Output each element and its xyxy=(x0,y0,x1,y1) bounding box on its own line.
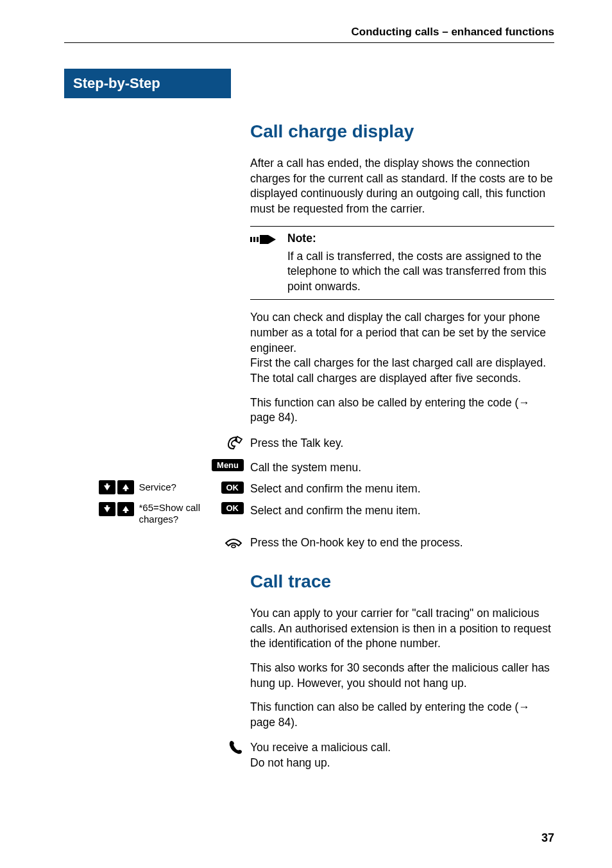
section1-p2a: You can check and display the call charg… xyxy=(250,310,554,356)
section2-p1: You can apply to your carrier for "call … xyxy=(250,606,554,652)
arrow-up-icon[interactable] xyxy=(117,502,134,516)
section1-p3-link[interactable]: page 84 xyxy=(250,411,291,424)
section1-p1: After a call has ended, the display show… xyxy=(250,156,554,217)
chapter-header: Conducting calls – enhanced functions xyxy=(64,26,554,39)
link-arrow-icon: → xyxy=(518,700,530,713)
show-charges-menu-label: *65=Show call charges? xyxy=(139,502,216,525)
svg-rect-0 xyxy=(250,237,252,242)
ok-button[interactable]: OK xyxy=(221,482,244,494)
menu-button[interactable]: Menu xyxy=(212,459,244,471)
talk-key-text: Press the Talk key. xyxy=(250,435,554,451)
svg-rect-5 xyxy=(106,505,108,508)
malicious-text-1: You receive a malicious call. xyxy=(250,740,554,756)
note-box: Note: If a call is transferred, the cost… xyxy=(250,226,554,300)
section1-p2b: First the call charges for the last char… xyxy=(250,356,554,386)
note-icon xyxy=(250,232,277,295)
svg-rect-2 xyxy=(257,237,259,242)
handset-icon xyxy=(227,739,244,758)
note-label: Note: xyxy=(287,232,554,245)
svg-rect-1 xyxy=(253,237,255,242)
arrow-buttons[interactable] xyxy=(99,502,134,516)
svg-rect-6 xyxy=(124,510,126,513)
link-arrow-icon: → xyxy=(518,396,530,409)
talk-key-icon xyxy=(225,435,244,454)
service-menu-label: Service? xyxy=(139,482,216,493)
show-charges-text: Select and confirm the menu item. xyxy=(250,502,554,519)
section-title-call-trace: Call trace xyxy=(250,571,554,592)
onhook-key-icon xyxy=(223,534,244,553)
page-number: 37 xyxy=(541,831,554,845)
arrow-up-icon[interactable] xyxy=(117,480,134,494)
malicious-text-2: Do not hang up. xyxy=(250,756,554,771)
ok-button[interactable]: OK xyxy=(221,502,244,514)
svg-point-7 xyxy=(232,545,235,548)
section2-p3-link[interactable]: page 84 xyxy=(250,716,291,729)
section1-p3-end: ). xyxy=(291,411,298,424)
section-title-call-charge: Call charge display xyxy=(250,121,554,142)
onhook-text: Press the On-hook key to end the process… xyxy=(250,534,554,551)
menu-text: Call the system menu. xyxy=(250,459,554,476)
section1-p3-text: This function can also be called by ente… xyxy=(250,396,518,409)
arrow-down-icon[interactable] xyxy=(99,480,115,494)
arrow-down-icon[interactable] xyxy=(99,502,115,516)
service-text: Select and confirm the menu item. xyxy=(250,480,554,497)
svg-rect-4 xyxy=(124,488,126,491)
svg-rect-3 xyxy=(106,483,108,487)
step-by-step-banner: Step-by-Step xyxy=(64,69,231,98)
section1-p3: This function can also be called by ente… xyxy=(250,395,554,426)
header-rule xyxy=(64,42,554,43)
section2-p3-text: This function can also be called by ente… xyxy=(250,700,518,713)
arrow-buttons[interactable] xyxy=(99,480,134,494)
note-text: If a call is transferred, the costs are … xyxy=(287,249,554,295)
section2-p2: This also works for 30 seconds after the… xyxy=(250,661,554,691)
section2-p3: This function can also be called by ente… xyxy=(250,700,554,730)
section2-p3-end: ). xyxy=(291,716,298,729)
